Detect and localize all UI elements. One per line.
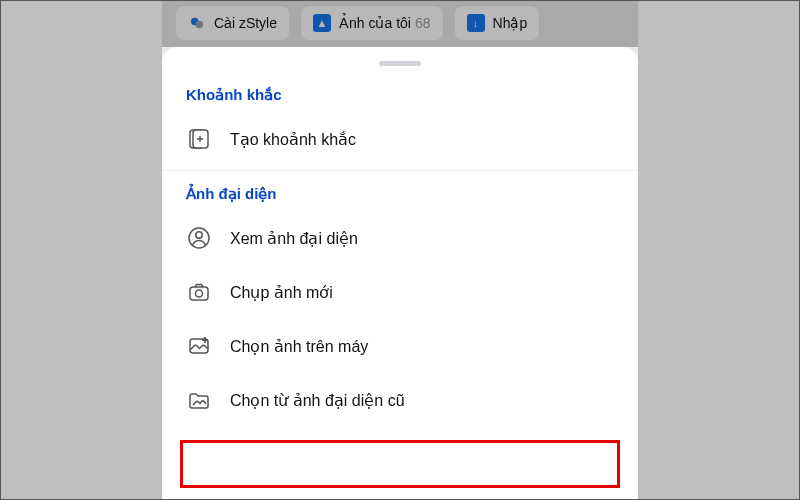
folder-image-icon [186, 387, 212, 413]
svg-point-9 [196, 290, 203, 297]
row-label: Tạo khoảnh khắc [230, 130, 356, 149]
row-label: Chọn ảnh trên máy [230, 337, 368, 356]
bottom-sheet: Khoảnh khắc Tạo khoảnh khắc Ảnh đại diện… [162, 47, 638, 500]
person-circle-icon [186, 225, 212, 251]
row-label: Chọn từ ảnh đại diện cũ [230, 391, 405, 410]
svg-rect-8 [190, 287, 208, 300]
camera-icon [186, 279, 212, 305]
sheet-grabber[interactable] [379, 61, 421, 66]
row-view-avatar[interactable]: Xem ảnh đại diện [162, 211, 638, 265]
image-plus-icon [186, 333, 212, 359]
row-label: Chụp ảnh mới [230, 283, 333, 302]
plus-square-icon [186, 126, 212, 152]
row-take-photo[interactable]: Chụp ảnh mới [162, 265, 638, 319]
backdrop-dim [162, 0, 638, 47]
row-choose-from-device[interactable]: Chọn ảnh trên máy [162, 319, 638, 373]
row-create-moment[interactable]: Tạo khoảnh khắc [162, 112, 638, 166]
section-title-moments: Khoảnh khắc [162, 76, 638, 112]
divider [162, 170, 638, 171]
phone-screen: Cài zStyle ▲ Ảnh của tôi 68 ↓ Nhập Khoản… [162, 0, 638, 500]
row-label: Xem ảnh đại diện [230, 229, 358, 248]
section-title-avatar: Ảnh đại diện [162, 175, 638, 211]
row-choose-old-avatar[interactable]: Chọn từ ảnh đại diện cũ [162, 373, 638, 427]
svg-point-7 [196, 232, 202, 238]
